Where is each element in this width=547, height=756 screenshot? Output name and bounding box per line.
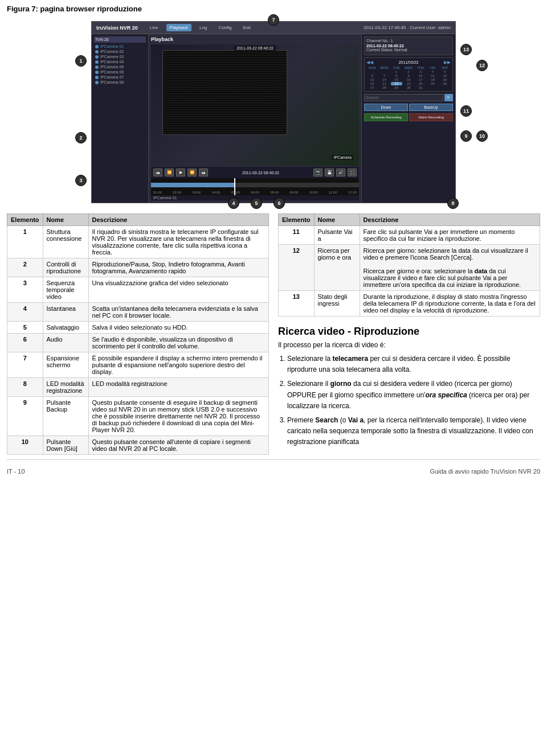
cal-d21[interactable]: 21 bbox=[378, 82, 390, 85]
cal-d24[interactable]: 24 bbox=[415, 82, 426, 85]
cal-d10[interactable]: 10 bbox=[415, 74, 426, 77]
search-input[interactable] bbox=[364, 94, 443, 101]
camera-item-04[interactable]: IPCamera 04 bbox=[94, 59, 146, 64]
step-2: Selezionare il giorno da cui si desidera… bbox=[287, 379, 540, 412]
cal-d9[interactable]: 9 bbox=[403, 74, 414, 77]
row-num-5: 5 bbox=[7, 322, 43, 334]
nav-playback[interactable]: Playback bbox=[166, 24, 191, 31]
cal-d14[interactable]: 14 bbox=[378, 78, 390, 81]
row-desc-8: LED modalità registrazione bbox=[88, 378, 268, 397]
search-box: 🔍 bbox=[364, 94, 453, 101]
cal-d15[interactable]: 15 bbox=[391, 78, 402, 81]
cal-wed: WED bbox=[403, 66, 414, 69]
timeline-times: 01:00 02:00 03:00 04:00 05:00 06:00 08:0… bbox=[151, 191, 359, 194]
row-name-9: Pulsante Backup bbox=[43, 397, 88, 436]
row-num-13: 13 bbox=[279, 291, 315, 317]
time-label-8: 09:00 bbox=[289, 191, 298, 194]
cal-d6[interactable]: 6 bbox=[366, 74, 378, 77]
cal-d18[interactable]: 18 bbox=[427, 78, 438, 81]
camera-item-01[interactable]: IPCamera 01 bbox=[94, 44, 146, 49]
table-row: 13 Stato degli ingressi Durante la ripro… bbox=[279, 291, 540, 317]
cal-d1[interactable]: 1 bbox=[391, 70, 402, 73]
cal-d28[interactable]: 28 bbox=[378, 86, 390, 89]
cal-d30[interactable]: 30 bbox=[403, 86, 414, 89]
camera-dot-8 bbox=[95, 81, 99, 84]
time-label-5: 05:00 bbox=[231, 191, 240, 194]
right-section: Elemento Nome Descrizione 11 Pulsante Va… bbox=[278, 213, 540, 455]
footer-divider bbox=[7, 459, 540, 460]
callout-13: 13 bbox=[460, 44, 472, 55]
camera-item-08[interactable]: IPCamera 08 bbox=[94, 80, 146, 85]
camera-item-07[interactable]: IPCamera 07 bbox=[94, 75, 146, 80]
ctrl-snapshot[interactable]: 📷 bbox=[313, 169, 323, 176]
cal-d22[interactable]: 22 bbox=[391, 82, 402, 85]
cal-d29[interactable]: 29 bbox=[391, 86, 402, 89]
alarm-recording-btn[interactable]: Alarm Recording bbox=[409, 113, 453, 121]
table-row: 1 Struttura connessione Il riquadro di s… bbox=[7, 226, 269, 258]
schedule-recording-btn[interactable]: Schedule Recording bbox=[364, 113, 408, 121]
cal-d7[interactable]: 7 bbox=[378, 74, 390, 77]
backup-button[interactable]: BackUp bbox=[409, 104, 453, 111]
cal-d8[interactable]: 8 bbox=[391, 74, 402, 77]
ctrl-expand[interactable]: ⛶ bbox=[348, 169, 357, 176]
row-name-1: Struttura connessione bbox=[43, 226, 88, 258]
nvr-timeline[interactable]: 01:00 02:00 03:00 04:00 05:00 06:00 08:0… bbox=[151, 178, 359, 195]
ctrl-prev-frame[interactable]: ⏪ bbox=[165, 169, 174, 176]
camera-overlay-label: IPCamera bbox=[332, 155, 353, 160]
cal-d19[interactable]: 19 bbox=[439, 78, 451, 81]
table-row: 5 Salvataggio Salva il video selezionato… bbox=[7, 322, 269, 334]
nvr-main: Playback 2011-03-22 06:40:22 IPCamera bbox=[149, 34, 361, 203]
cal-d31[interactable]: 31 bbox=[415, 86, 426, 89]
row-num-7: 7 bbox=[7, 352, 43, 378]
camera-dot-5 bbox=[95, 65, 99, 69]
ctrl-rewind[interactable]: ⏮ bbox=[153, 169, 162, 176]
nav-log[interactable]: Log bbox=[196, 24, 210, 31]
channel-time-value: 2011-03-22 06:40:22 bbox=[366, 44, 451, 48]
camera-item-06[interactable]: IPCamera 06 bbox=[94, 69, 146, 75]
time-label-6: 06:00 bbox=[251, 191, 259, 194]
time-label-2: 02:00 bbox=[173, 191, 181, 194]
cal-d3[interactable]: 3 bbox=[415, 70, 426, 73]
callout-10: 10 bbox=[476, 130, 488, 142]
cal-d23[interactable]: 23 bbox=[403, 82, 414, 85]
search-button[interactable]: 🔍 bbox=[444, 94, 453, 101]
cal-d4[interactable]: 4 bbox=[427, 70, 438, 73]
cal-d25[interactable]: 25 bbox=[427, 82, 438, 85]
down-button[interactable]: Down bbox=[364, 104, 408, 111]
table-row: 10 Pulsante Down [Giù] Questo pulsante c… bbox=[7, 436, 269, 455]
cal-d11[interactable]: 11 bbox=[427, 74, 438, 77]
nav-config[interactable]: Config bbox=[215, 24, 235, 31]
camera-item-03[interactable]: IPCamera 03 bbox=[94, 54, 146, 59]
camera-dot-2 bbox=[95, 50, 99, 54]
cal-d12[interactable]: 12 bbox=[439, 74, 451, 77]
ctrl-play[interactable]: ▶ bbox=[176, 169, 185, 176]
ctrl-next-frame[interactable]: ⏩ bbox=[187, 169, 197, 176]
cal-d17[interactable]: 17 bbox=[415, 78, 426, 81]
camera-item-02[interactable]: IPCamera 02 bbox=[94, 49, 146, 54]
table-row: 4 Istantanea Scatta un'istantanea della … bbox=[7, 303, 269, 322]
cal-next[interactable]: ▶▶ bbox=[444, 60, 451, 65]
table-row: 6 Audio Se l'audio è disponibile, visual… bbox=[7, 334, 269, 352]
cal-d2[interactable]: 2 bbox=[403, 70, 414, 73]
ctrl-save[interactable]: 💾 bbox=[325, 169, 334, 176]
row-desc-12: Ricerca per giorno: selezionare la data … bbox=[360, 245, 540, 291]
camera-item-05[interactable]: IPCamera 05 bbox=[94, 64, 146, 69]
nav-live[interactable]: Live bbox=[146, 24, 162, 31]
cal-tue: TUE bbox=[391, 66, 402, 69]
cal-d16[interactable]: 16 bbox=[403, 78, 414, 81]
cal-d5[interactable]: 5 bbox=[439, 70, 451, 73]
table-row: 2 Controlli di riproduzione Riproduzione… bbox=[7, 258, 269, 277]
nav-exit[interactable]: Exit bbox=[240, 24, 254, 31]
cal-fri: FRI bbox=[427, 66, 438, 69]
callout-6: 6 bbox=[274, 198, 285, 209]
cal-d13[interactable]: 13 bbox=[366, 78, 378, 81]
channel-no-label: Channel No.: 1 bbox=[366, 39, 451, 43]
cal-d20[interactable]: 20 bbox=[366, 82, 378, 85]
col-header-descrizione: Descrizione bbox=[88, 214, 268, 226]
ctrl-audio[interactable]: 🔊 bbox=[336, 169, 345, 176]
cal-d27[interactable]: 27 bbox=[366, 86, 378, 89]
cal-prev[interactable]: ◀◀ bbox=[366, 60, 373, 65]
cal-d26[interactable]: 26 bbox=[439, 82, 451, 85]
ctrl-fast-forward[interactable]: ⏭ bbox=[199, 169, 208, 176]
callout-12: 12 bbox=[476, 60, 488, 71]
